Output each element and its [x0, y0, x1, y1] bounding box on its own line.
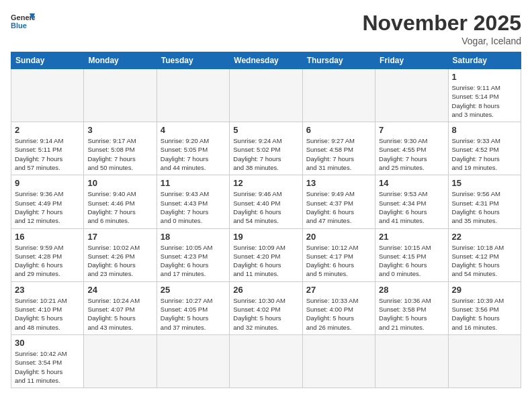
day-info: Sunrise: 10:18 AM Sunset: 4:12 PM Daylig… — [452, 243, 517, 279]
day-number: 1 — [452, 72, 517, 82]
month-title: November 2025 — [362, 11, 521, 36]
calendar-week-row: 2Sunrise: 9:14 AM Sunset: 5:11 PM Daylig… — [11, 122, 521, 175]
location-subtitle: Vogar, Iceland — [362, 36, 521, 46]
weekday-header-cell: Thursday — [302, 52, 375, 69]
calendar-day-cell: 8Sunrise: 9:33 AM Sunset: 4:52 PM Daylig… — [448, 122, 521, 175]
calendar-day-cell: 18Sunrise: 10:05 AM Sunset: 4:23 PM Dayl… — [157, 228, 229, 281]
day-number: 14 — [379, 178, 444, 188]
day-number: 29 — [452, 285, 517, 295]
day-number: 22 — [452, 232, 517, 242]
day-info: Sunrise: 10:02 AM Sunset: 4:26 PM Daylig… — [87, 243, 152, 279]
day-number: 27 — [306, 285, 371, 295]
day-info: Sunrise: 9:46 AM Sunset: 4:40 PM Dayligh… — [233, 189, 298, 225]
calendar-week-row: 30Sunrise: 10:42 AM Sunset: 3:54 PM Dayl… — [11, 334, 521, 387]
calendar-day-cell: 29Sunrise: 10:39 AM Sunset: 3:56 PM Dayl… — [448, 281, 521, 334]
title-area: November 2025 Vogar, Iceland — [362, 11, 521, 46]
day-info: Sunrise: 9:53 AM Sunset: 4:34 PM Dayligh… — [379, 189, 444, 225]
day-info: Sunrise: 10:09 AM Sunset: 4:20 PM Daylig… — [233, 243, 298, 279]
calendar-week-row: 23Sunrise: 10:21 AM Sunset: 4:10 PM Dayl… — [11, 281, 521, 334]
day-number: 20 — [306, 232, 371, 242]
day-number: 15 — [452, 178, 517, 188]
weekday-header-cell: Saturday — [448, 52, 521, 69]
day-info: Sunrise: 10:30 AM Sunset: 4:02 PM Daylig… — [233, 296, 298, 332]
calendar-day-cell — [11, 69, 84, 122]
day-number: 10 — [87, 178, 152, 188]
calendar-day-cell — [157, 69, 229, 122]
calendar-day-cell: 13Sunrise: 9:49 AM Sunset: 4:37 PM Dayli… — [302, 175, 375, 228]
weekday-header-cell: Wednesday — [230, 52, 302, 69]
day-info: Sunrise: 9:49 AM Sunset: 4:37 PM Dayligh… — [306, 189, 371, 225]
day-number: 23 — [15, 285, 80, 295]
day-info: Sunrise: 9:59 AM Sunset: 4:28 PM Dayligh… — [15, 243, 80, 279]
day-number: 2 — [15, 125, 80, 135]
calendar-day-cell: 6Sunrise: 9:27 AM Sunset: 4:58 PM Daylig… — [302, 122, 375, 175]
day-info: Sunrise: 9:27 AM Sunset: 4:58 PM Dayligh… — [306, 136, 371, 172]
calendar-day-cell: 9Sunrise: 9:36 AM Sunset: 4:49 PM Daylig… — [11, 175, 84, 228]
day-number: 8 — [452, 125, 517, 135]
calendar-day-cell: 4Sunrise: 9:20 AM Sunset: 5:05 PM Daylig… — [157, 122, 229, 175]
calendar-day-cell: 7Sunrise: 9:30 AM Sunset: 4:55 PM Daylig… — [375, 122, 448, 175]
day-info: Sunrise: 10:05 AM Sunset: 4:23 PM Daylig… — [161, 243, 226, 279]
calendar-day-cell — [84, 69, 157, 122]
day-info: Sunrise: 9:43 AM Sunset: 4:43 PM Dayligh… — [161, 189, 226, 225]
calendar-day-cell — [302, 334, 375, 387]
day-number: 3 — [87, 125, 152, 135]
calendar-day-cell — [230, 334, 302, 387]
calendar-day-cell: 16Sunrise: 9:59 AM Sunset: 4:28 PM Dayli… — [11, 228, 84, 281]
day-info: Sunrise: 10:39 AM Sunset: 3:56 PM Daylig… — [452, 296, 517, 332]
day-number: 26 — [233, 285, 298, 295]
calendar-day-cell: 20Sunrise: 10:12 AM Sunset: 4:17 PM Dayl… — [302, 228, 375, 281]
calendar-day-cell: 26Sunrise: 10:30 AM Sunset: 4:02 PM Dayl… — [230, 281, 302, 334]
day-info: Sunrise: 9:20 AM Sunset: 5:05 PM Dayligh… — [161, 136, 226, 172]
day-number: 12 — [233, 178, 298, 188]
calendar-day-cell: 28Sunrise: 10:36 AM Sunset: 3:58 PM Dayl… — [375, 281, 448, 334]
calendar-week-row: 1Sunrise: 9:11 AM Sunset: 5:14 PM Daylig… — [11, 69, 521, 122]
day-info: Sunrise: 10:36 AM Sunset: 3:58 PM Daylig… — [379, 296, 444, 332]
calendar-day-cell: 14Sunrise: 9:53 AM Sunset: 4:34 PM Dayli… — [375, 175, 448, 228]
calendar-day-cell: 2Sunrise: 9:14 AM Sunset: 5:11 PM Daylig… — [11, 122, 84, 175]
day-number: 21 — [379, 232, 444, 242]
calendar-day-cell — [230, 69, 302, 122]
calendar-day-cell: 10Sunrise: 9:40 AM Sunset: 4:46 PM Dayli… — [84, 175, 157, 228]
day-info: Sunrise: 9:33 AM Sunset: 4:52 PM Dayligh… — [452, 136, 517, 172]
day-info: Sunrise: 9:36 AM Sunset: 4:49 PM Dayligh… — [15, 189, 80, 225]
day-number: 13 — [306, 178, 371, 188]
day-info: Sunrise: 9:14 AM Sunset: 5:11 PM Dayligh… — [15, 136, 80, 172]
calendar-day-cell: 5Sunrise: 9:24 AM Sunset: 5:02 PM Daylig… — [230, 122, 302, 175]
day-info: Sunrise: 9:24 AM Sunset: 5:02 PM Dayligh… — [233, 136, 298, 172]
calendar-day-cell: 25Sunrise: 10:27 AM Sunset: 4:05 PM Dayl… — [157, 281, 229, 334]
calendar-day-cell — [302, 69, 375, 122]
page-header: General Blue November 2025 Vogar, Icelan… — [11, 11, 521, 46]
day-number: 19 — [233, 232, 298, 242]
calendar-week-row: 16Sunrise: 9:59 AM Sunset: 4:28 PM Dayli… — [11, 228, 521, 281]
day-number: 7 — [379, 125, 444, 135]
day-info: Sunrise: 10:27 AM Sunset: 4:05 PM Daylig… — [161, 296, 226, 332]
weekday-header-cell: Monday — [84, 52, 157, 69]
calendar-day-cell — [157, 334, 229, 387]
day-info: Sunrise: 9:30 AM Sunset: 4:55 PM Dayligh… — [379, 136, 444, 172]
day-number: 24 — [87, 285, 152, 295]
calendar-day-cell — [448, 334, 521, 387]
calendar-day-cell: 17Sunrise: 10:02 AM Sunset: 4:26 PM Dayl… — [84, 228, 157, 281]
calendar-day-cell — [375, 334, 448, 387]
calendar-table: SundayMondayTuesdayWednesdayThursdayFrid… — [11, 52, 521, 388]
calendar-day-cell: 12Sunrise: 9:46 AM Sunset: 4:40 PM Dayli… — [230, 175, 302, 228]
day-info: Sunrise: 9:56 AM Sunset: 4:31 PM Dayligh… — [452, 189, 517, 225]
day-number: 6 — [306, 125, 371, 135]
day-number: 25 — [161, 285, 226, 295]
calendar-day-cell: 11Sunrise: 9:43 AM Sunset: 4:43 PM Dayli… — [157, 175, 229, 228]
calendar-day-cell — [375, 69, 448, 122]
day-info: Sunrise: 10:15 AM Sunset: 4:15 PM Daylig… — [379, 243, 444, 279]
calendar-day-cell: 1Sunrise: 9:11 AM Sunset: 5:14 PM Daylig… — [448, 69, 521, 122]
weekday-header-cell: Tuesday — [157, 52, 229, 69]
calendar-day-cell: 27Sunrise: 10:33 AM Sunset: 4:00 PM Dayl… — [302, 281, 375, 334]
calendar-day-cell: 22Sunrise: 10:18 AM Sunset: 4:12 PM Dayl… — [448, 228, 521, 281]
day-number: 18 — [161, 232, 226, 242]
day-number: 4 — [161, 125, 226, 135]
calendar-day-cell: 15Sunrise: 9:56 AM Sunset: 4:31 PM Dayli… — [448, 175, 521, 228]
day-info: Sunrise: 10:12 AM Sunset: 4:17 PM Daylig… — [306, 243, 371, 279]
calendar-day-cell: 3Sunrise: 9:17 AM Sunset: 5:08 PM Daylig… — [84, 122, 157, 175]
day-number: 30 — [15, 338, 80, 348]
day-info: Sunrise: 10:33 AM Sunset: 4:00 PM Daylig… — [306, 296, 371, 332]
calendar-day-cell: 21Sunrise: 10:15 AM Sunset: 4:15 PM Dayl… — [375, 228, 448, 281]
